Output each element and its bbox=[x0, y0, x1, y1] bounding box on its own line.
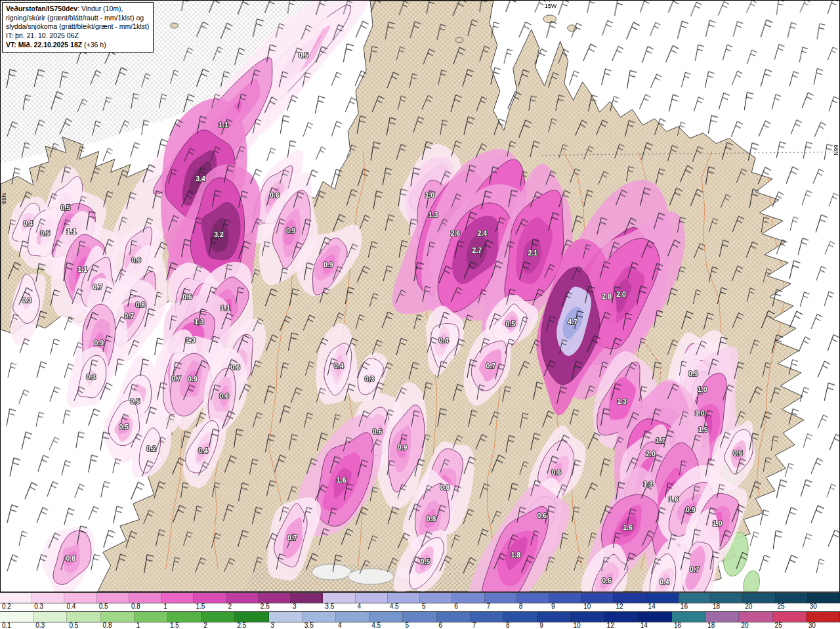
colorbar-rain-segment bbox=[0, 593, 32, 603]
colorbar-snow-segment bbox=[605, 612, 639, 622]
colorbar-snow-segment bbox=[739, 612, 772, 622]
precip-value-label: 1.3 bbox=[617, 398, 627, 405]
legend-colorbars: 0.20.30.40.50.811.522.533.544.5567891012… bbox=[0, 592, 840, 629]
sleet-patch-gray bbox=[312, 564, 351, 580]
precip-value-label: 0.8 bbox=[427, 515, 436, 523]
colorbar-rain-label: 0.8 bbox=[131, 603, 140, 610]
precip-value-label: 1.1 bbox=[219, 121, 228, 129]
colorbar-rain-label: 9 bbox=[551, 603, 555, 610]
colorbar-snow-label: 10 bbox=[573, 622, 580, 629]
colorbar-snow-segment bbox=[168, 612, 201, 622]
colorbar-rain-segment bbox=[485, 593, 517, 603]
rain-legend-line: rigning/skúrir (grænt/blátt/rautt - mm/1… bbox=[6, 14, 149, 23]
colorbar-snow-segment bbox=[471, 612, 504, 622]
precip-value-label: 0.8 bbox=[440, 484, 450, 491]
precip-value-label: 1.7 bbox=[656, 437, 665, 445]
colorbar-snow-segment bbox=[437, 612, 471, 622]
precip-value-label: 0.6 bbox=[219, 393, 229, 400]
colorbar-rain-segment bbox=[194, 593, 226, 603]
latitude-label-left: 66N bbox=[1, 193, 7, 204]
colorbar-rain-segment bbox=[420, 593, 452, 603]
precip-value-label: 4.7 bbox=[568, 318, 578, 326]
title-box: Veðurstofan/IS750dev: Vindur (10m), rign… bbox=[2, 2, 154, 53]
precip-value-label: 1.1 bbox=[67, 228, 77, 235]
colorbar-snow-segment bbox=[807, 612, 840, 622]
colorbar-snow-label: 8 bbox=[506, 622, 510, 629]
colorbar-snow-label: 3.5 bbox=[304, 622, 314, 629]
colorbar-snow-segment bbox=[537, 612, 571, 622]
colorbar-rain-segment bbox=[356, 593, 388, 603]
precip-value-label: 0.3 bbox=[365, 376, 375, 383]
precip-value-label: 1.0 bbox=[695, 410, 705, 417]
colorbar-snow-segment bbox=[403, 612, 436, 622]
precip-value-label: 0.5 bbox=[506, 320, 516, 328]
colorbar-rain-segment bbox=[32, 593, 64, 603]
precip-value-label: 0.9 bbox=[688, 370, 698, 378]
precip-value-label: 0.9 bbox=[686, 506, 696, 513]
precip-value-label: 2.4 bbox=[478, 230, 488, 237]
colorbar-snow-label: 2 bbox=[203, 622, 207, 629]
colorbar-snow bbox=[0, 611, 840, 622]
colorbar-rain-label: 1 bbox=[163, 603, 167, 610]
valid-time: VT: Mið. 22.10.2025 18Z bbox=[6, 41, 82, 49]
colorbar-rain-label: 30 bbox=[810, 603, 817, 610]
precip-value-label: 0.9 bbox=[286, 227, 296, 234]
colorbar-rain-label: 7 bbox=[486, 603, 490, 610]
colorbar-snow-label: 0.5 bbox=[69, 622, 78, 629]
colorbar-snow-labels: 0.10.30.50.811.522.533.544.5567891012141… bbox=[0, 622, 840, 629]
colorbar-snow-segment bbox=[33, 612, 67, 622]
colorbar-rain-label: 4 bbox=[358, 603, 362, 610]
colorbar-rain-label: 5 bbox=[422, 603, 426, 610]
precip-value-label: 3.4 bbox=[196, 175, 205, 183]
colorbar-snow-label: 18 bbox=[707, 622, 715, 629]
colorbar-rain-label: 14 bbox=[648, 603, 656, 610]
precip-value-label: 0.6 bbox=[230, 364, 240, 371]
island bbox=[543, 15, 556, 23]
precip-value-label: 0.3 bbox=[22, 297, 32, 304]
colorbar-rain-label: 2.5 bbox=[261, 603, 270, 610]
colorbar-rain-segment bbox=[226, 593, 259, 603]
colorbar-snow-label: 30 bbox=[808, 622, 816, 629]
colorbar-rain-labels: 0.20.30.40.50.811.522.533.544.5567891012… bbox=[0, 603, 840, 611]
precip-value-label: 0.7 bbox=[486, 362, 496, 370]
precip-value-label: 0.6 bbox=[602, 577, 612, 584]
precip-value-label: 2.6 bbox=[451, 230, 461, 237]
colorbar-snow-label: 1.5 bbox=[170, 622, 179, 629]
colorbar-snow-segment bbox=[672, 612, 705, 622]
colorbar-snow-segment bbox=[269, 612, 303, 622]
colorbar-snow-segment bbox=[67, 612, 100, 622]
precip-value-label: 1.0 bbox=[425, 192, 435, 199]
precip-value-label: 0.5 bbox=[61, 204, 71, 211]
colorbar-rain-label: 25 bbox=[778, 603, 785, 610]
precip-value-label: 0.5 bbox=[41, 230, 51, 237]
colorbar-snow-label: 0.3 bbox=[35, 622, 45, 629]
precip-value-label: 0.6 bbox=[131, 257, 141, 264]
colorbar-snow-label: 25 bbox=[775, 622, 782, 629]
colorbar-snow-label: 3 bbox=[271, 622, 275, 629]
colorbar-rain-segment bbox=[291, 593, 323, 603]
colorbar-rain-segment bbox=[646, 593, 679, 603]
precip-value-label: 1.6 bbox=[337, 477, 346, 484]
precip-value-label: 0.4 bbox=[24, 220, 33, 227]
colorbar-snow-label: 16 bbox=[674, 622, 681, 629]
precip-value-label: 2.7 bbox=[472, 247, 482, 254]
colorbar-rain-segment bbox=[776, 593, 808, 603]
colorbar-rain-segment bbox=[808, 593, 840, 603]
colorbar-snow-segment bbox=[571, 612, 604, 622]
colorbar-rain-segment bbox=[711, 593, 743, 603]
precip-value-label: 0.9 bbox=[324, 261, 333, 269]
precip-value-label: 1.8 bbox=[511, 552, 520, 559]
colorbar-snow-label: 0.1 bbox=[2, 622, 11, 629]
precip-value-label: 1.6 bbox=[669, 496, 679, 503]
precip-value-label: 3.2 bbox=[214, 231, 224, 238]
island bbox=[568, 25, 577, 32]
colorbar-snow-segment bbox=[773, 612, 807, 622]
valid-time-offset: (+36 h) bbox=[82, 41, 106, 49]
colorbar-snow-segment bbox=[639, 612, 672, 622]
colorbar-rain-label: 2 bbox=[228, 603, 232, 610]
colorbar-rain-label: 12 bbox=[616, 603, 623, 610]
product-name: Veðurstofan/IS750dev bbox=[6, 5, 77, 12]
colorbar-rain-label: 20 bbox=[745, 603, 752, 610]
colorbar-snow-segment bbox=[336, 612, 369, 622]
colorbar-rain-label: 16 bbox=[681, 603, 688, 610]
